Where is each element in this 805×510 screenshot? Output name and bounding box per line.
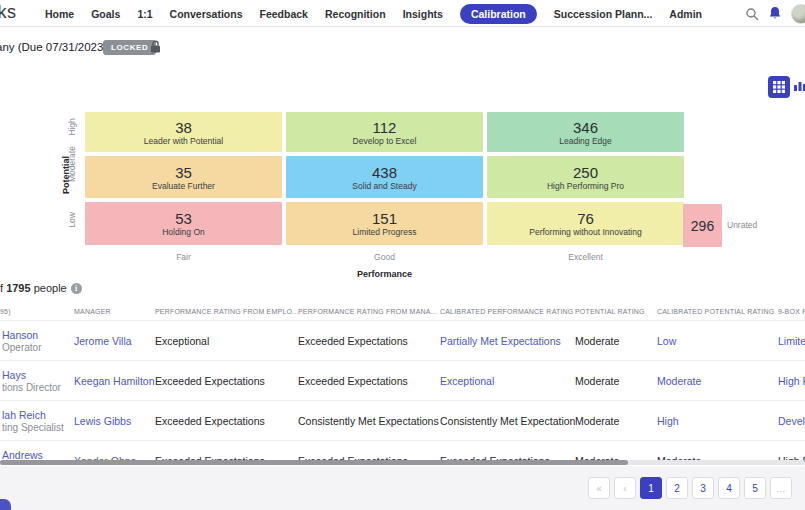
nine-box-cell-leading-edge[interactable]: 346 Leading Edge xyxy=(487,112,684,152)
col-header-name[interactable]: 95) xyxy=(0,303,74,321)
col-header-calibrated-perf[interactable]: CALIBRATED PERFORMANCE RATING xyxy=(440,303,575,321)
user-avatar[interactable] xyxy=(791,4,805,24)
pagination-page-4[interactable]: 4 xyxy=(718,477,740,499)
cell-label: Limited Progress xyxy=(353,227,417,237)
nav-item-conversations[interactable]: Conversations xyxy=(170,8,243,20)
pagination-first-button[interactable]: « xyxy=(588,477,610,499)
horizontal-scrollbar-track[interactable] xyxy=(0,460,805,465)
employee-link[interactable]: lah Reich xyxy=(2,409,46,421)
table-row-name: Andrews ation Securit xyxy=(0,441,74,462)
cell-count: 151 xyxy=(372,210,397,227)
calibrated-perf-link[interactable]: Exceptional xyxy=(440,375,494,387)
info-icon[interactable]: i xyxy=(71,283,82,294)
employee-title: tions Director xyxy=(2,382,61,393)
nav-item-home[interactable]: Home xyxy=(45,8,74,20)
manager-link[interactable]: Jerome Villa xyxy=(74,335,132,347)
calibration-table: 95) MANAGER PERFORMANCE RATING FROM EMPL… xyxy=(0,303,805,462)
perf-manager-cell: Exceeded Expectations xyxy=(298,321,440,361)
nine-box-cell-holding-on[interactable]: 53 Holding On xyxy=(85,202,282,245)
col-header-manager[interactable]: MANAGER xyxy=(74,303,155,321)
perf-manager-cell: Consistently Met Expectations xyxy=(298,401,440,441)
perf-manager-cell: Exceeded Expectations xyxy=(298,441,440,462)
nine-box-link[interactable]: Limited xyxy=(778,335,805,347)
nine-box-cell-limited-progress[interactable]: 151 Limited Progress xyxy=(286,202,483,245)
nine-box-cell-solid-and-steady[interactable]: 438 Solid and Steady xyxy=(286,156,483,198)
pagination-page-5[interactable]: 5 xyxy=(744,477,766,499)
calibrated-potential-link[interactable]: Low xyxy=(657,335,676,347)
nine-box-cell-performing-without-innovating[interactable]: 76 Performing without Innovating xyxy=(487,202,684,245)
nav-item-insights[interactable]: Insights xyxy=(403,8,443,20)
col-header-calibrated-potential[interactable]: CALIBRATED POTENTIAL RATING xyxy=(657,303,778,321)
nine-box-cell-high-performing-pro[interactable]: 250 High Performing Pro xyxy=(487,156,684,198)
pagination: « ‹ 1 2 3 4 5 ... xyxy=(588,477,792,499)
x-axis-title: Performance xyxy=(85,269,684,279)
nav-right-icons xyxy=(745,0,805,27)
calibrated-perf-link[interactable]: Partially Met Expectations xyxy=(440,335,561,347)
horizontal-scrollbar-thumb[interactable] xyxy=(0,460,628,465)
calibrated-potential-link[interactable]: High xyxy=(657,415,679,427)
calibrated-perf-cell: Partially Met Expectations xyxy=(440,321,575,361)
row-label-moderate: Moderate xyxy=(67,162,77,182)
employee-title: Operator xyxy=(2,342,41,353)
nine-box-cell-value: Limited xyxy=(778,321,805,361)
nine-box-cell-evaluate-further[interactable]: 35 Evaluate Further xyxy=(85,156,282,198)
search-icon[interactable] xyxy=(745,7,759,21)
nav-item-1on1[interactable]: 1:1 xyxy=(137,8,152,20)
nav-item-recognition[interactable]: Recognition xyxy=(325,8,386,20)
employee-link[interactable]: Hanson xyxy=(2,329,38,341)
nine-box-link[interactable]: High Pe xyxy=(778,375,805,387)
col-header-perf-employee[interactable]: PERFORMANCE RATING FROM EMPLO... xyxy=(155,303,298,321)
pagination-page-3[interactable]: 3 xyxy=(692,477,714,499)
calibrated-perf-cell: Consistently Met Expectations xyxy=(440,401,575,441)
col-header-nine-box[interactable]: 9-BOX PO... xyxy=(778,303,805,321)
nav-item-succession-planning[interactable]: Succession Plann... xyxy=(554,8,653,20)
perf-manager-cell: Exceeded Expectations xyxy=(298,361,440,401)
chart-view-toggle-button[interactable] xyxy=(793,79,805,95)
row-label-high: High xyxy=(67,117,77,137)
table-row-name: Hanson Operator xyxy=(0,321,74,361)
people-count-line: f 1795 people i xyxy=(0,282,82,294)
pagination-page-1[interactable]: 1 xyxy=(640,477,662,499)
col-label-fair: Fair xyxy=(85,252,282,262)
pagination-page-2[interactable]: 2 xyxy=(666,477,688,499)
cell-label: Evaluate Further xyxy=(152,181,215,191)
manager-cell: Keegan Hamilton xyxy=(74,361,155,401)
nine-box-link[interactable]: Develop xyxy=(778,415,805,427)
unrated-cell[interactable]: 296 xyxy=(683,204,722,247)
calibrated-potential-link[interactable]: Moderate xyxy=(657,375,701,387)
nine-box-cell-develop-to-excel[interactable]: 112 Develop to Excel xyxy=(286,112,483,152)
col-label-good: Good xyxy=(286,252,483,262)
manager-cell: Jerome Villa xyxy=(74,321,155,361)
perf-employee-cell: Exceeded Expectations xyxy=(155,401,298,441)
nav-item-admin[interactable]: Admin xyxy=(669,8,702,20)
chat-bubble-partial[interactable] xyxy=(0,499,11,510)
manager-link[interactable]: Keegan Hamilton xyxy=(74,375,155,387)
nav-item-feedback[interactable]: Feedback xyxy=(260,8,308,20)
grid-view-toggle-button[interactable] xyxy=(768,76,790,98)
calibrated-potential-cell: Moderate xyxy=(657,361,778,401)
col-header-perf-manager[interactable]: PERFORMANCE RATING FROM MANA... xyxy=(298,303,440,321)
col-label-excellent: Excellent xyxy=(487,252,684,262)
manager-cell: Lewis Gibbs xyxy=(74,401,155,441)
cell-label: Performing without Innovating xyxy=(529,227,641,237)
calibrated-perf-cell: Exceptional xyxy=(440,361,575,401)
manager-link[interactable]: Lewis Gibbs xyxy=(74,415,131,427)
col-header-potential[interactable]: POTENTIAL RATING xyxy=(575,303,657,321)
app-logo[interactable]: rks xyxy=(0,2,17,23)
cycle-header: any (Due 07/31/2023) LOCKED xyxy=(0,38,805,56)
unrated-label: Unrated xyxy=(727,220,757,230)
pagination-prev-button[interactable]: ‹ xyxy=(614,477,636,499)
pagination-ellipsis[interactable]: ... xyxy=(770,477,792,499)
employee-title: ting Specialist xyxy=(2,422,64,433)
cell-count: 112 xyxy=(373,119,397,136)
unrated-count: 296 xyxy=(691,218,714,234)
cell-count: 250 xyxy=(573,164,598,181)
people-count-text: f 1795 people xyxy=(0,282,67,294)
nine-box-grid: 38 Leader with Potential 112 Develop to … xyxy=(85,112,684,245)
employee-link[interactable]: Hays xyxy=(2,369,26,381)
bell-icon[interactable] xyxy=(768,6,782,21)
nav-item-calibration-active[interactable]: Calibration xyxy=(460,4,537,24)
cell-label: Solid and Steady xyxy=(352,181,416,191)
nine-box-cell-leader-with-potential[interactable]: 38 Leader with Potential xyxy=(85,112,282,152)
nav-item-goals[interactable]: Goals xyxy=(91,8,120,20)
